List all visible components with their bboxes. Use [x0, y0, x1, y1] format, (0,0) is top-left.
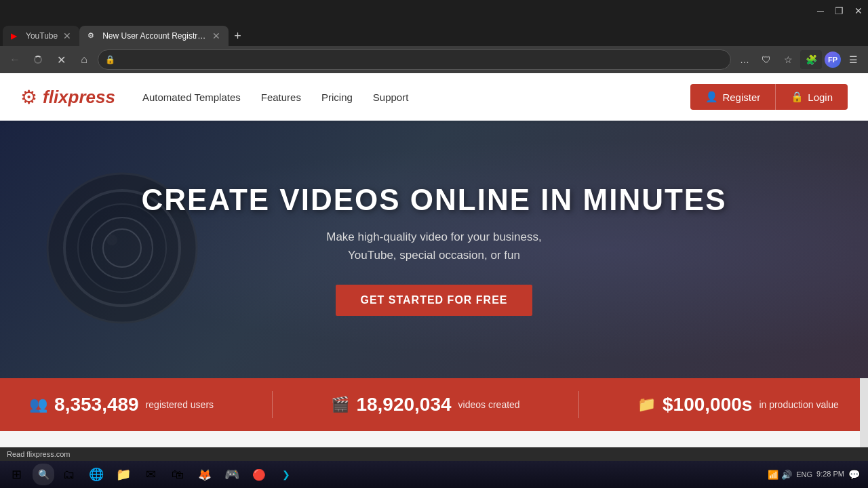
taskbar-mail[interactable]: ✉	[138, 462, 163, 487]
website-content: ⚙ flixpress Automated Templates Features…	[0, 73, 868, 485]
nav-support[interactable]: Support	[373, 92, 409, 103]
users-label: registered users	[146, 399, 214, 410]
address-bar[interactable]: 🔒 https://flixpress.com/Register/tabid/7…	[98, 49, 731, 70]
register-icon: 👤	[705, 91, 718, 103]
taskbar-explorer[interactable]: 🗂	[57, 462, 81, 487]
stat-value: 📁 $100,000s in production value	[637, 394, 839, 415]
browser-status-bar: Read flixpress.com	[0, 447, 868, 461]
hero-section: CREATE VIDEOS ONLINE IN MINUTES Make hig…	[0, 121, 868, 378]
users-number: 8,353,489	[54, 394, 139, 415]
nav-features[interactable]: Features	[261, 92, 301, 103]
shield-button[interactable]: 🛡	[757, 50, 776, 69]
nav-automated-templates[interactable]: Automated Templates	[142, 92, 241, 103]
firefox-avatar[interactable]: FP	[825, 52, 841, 68]
tab-register-close[interactable]: ✕	[212, 30, 220, 41]
register-button[interactable]: 👤 Register	[690, 84, 775, 110]
value-label: in production value	[759, 399, 839, 410]
minimize-button[interactable]: ─	[817, 5, 824, 16]
taskbar-dev[interactable]: ❯	[274, 462, 298, 487]
notification-icon[interactable]: 💬	[848, 469, 860, 480]
url-input[interactable]: https://flixpress.com/Register/tabid/79/…	[119, 55, 724, 64]
register-label: Register	[722, 92, 760, 103]
nav-pricing[interactable]: Pricing	[321, 92, 353, 103]
taskbar-filemanager[interactable]: 📁	[111, 462, 136, 487]
lock-icon: 🔒	[105, 55, 115, 64]
stat-videos: 🎬 18,920,034 videos created	[331, 394, 519, 415]
taskbar-right: 📶 🔊 ENG 9:28 PM 💬	[768, 469, 865, 480]
value-icon: 📁	[637, 396, 656, 413]
time-display: 9:28 PM	[816, 469, 844, 479]
hero-subtitle-line2: YouTube, special occasion, or fun	[348, 249, 520, 262]
close-button[interactable]: ✕	[854, 5, 863, 16]
youtube-favicon: ▶	[11, 31, 20, 41]
hero-subtitle: Make high-quality video for your busines…	[141, 228, 726, 264]
cta-button[interactable]: GET STARTED FOR FREE	[336, 285, 532, 316]
bookmark-button[interactable]: ☆	[778, 50, 797, 69]
nav-links: Automated Templates Features Pricing Sup…	[142, 92, 690, 103]
taskbar-firefox[interactable]: 🦊	[193, 462, 217, 487]
reload-button[interactable]: ✕	[52, 50, 71, 69]
taskbar-edge[interactable]: 🌐	[84, 462, 108, 487]
stat-divider-2	[578, 391, 579, 418]
tab-youtube-close[interactable]: ✕	[63, 30, 71, 41]
browser-toolbar: ← ✕ ⌂ 🔒 https://flixpress.com/Register/t…	[0, 46, 868, 73]
value-number: $100,000s	[663, 394, 752, 415]
stats-bar: 👥 8,353,489 registered users 🎬 18,920,03…	[0, 378, 868, 431]
taskbar-store[interactable]: 🛍	[165, 462, 190, 487]
network-icon[interactable]: 📶	[768, 470, 778, 480]
language-indicator[interactable]: ENG	[796, 470, 812, 479]
hero-content: CREATE VIDEOS ONLINE IN MINUTES Make hig…	[141, 183, 726, 316]
users-icon: 👥	[29, 396, 47, 413]
tab-register[interactable]: ⚙ New User Account Registration ✕	[79, 26, 229, 46]
logo-text: flixpress	[43, 87, 115, 108]
stat-users: 👥 8,353,489 registered users	[29, 394, 214, 415]
more-button[interactable]: …	[735, 50, 754, 69]
tab-youtube-label: YouTube	[26, 31, 58, 41]
forward-button[interactable]	[28, 50, 47, 69]
svg-point-4	[103, 229, 141, 267]
videos-label: videos created	[458, 399, 520, 410]
home-button[interactable]: ⌂	[75, 50, 94, 69]
taskbar-red-app[interactable]: 🔴	[247, 462, 271, 487]
start-button[interactable]: ⊞	[3, 462, 30, 487]
login-button[interactable]: 🔒 Login	[775, 84, 848, 110]
videos-icon: 🎬	[331, 396, 349, 413]
windows-taskbar: ⊞ 🔍 🗂 🌐 📁 ✉ 🛍 🦊 🎮 🔴 ❯ 📶 🔊 ENG 9:28 PM 💬	[0, 461, 868, 488]
taskbar-game[interactable]: 🎮	[220, 462, 244, 487]
taskbar-search[interactable]: 🔍	[33, 464, 54, 485]
nav-actions: 👤 Register 🔒 Login	[690, 84, 848, 110]
tab-register-label: New User Account Registration	[102, 31, 207, 41]
extensions-button[interactable]: 🧩	[800, 50, 822, 69]
hero-subtitle-line1: Make high-quality video for your busines…	[326, 230, 542, 243]
tab-bar: ▶ YouTube ✕ ⚙ New User Account Registrat…	[0, 22, 868, 46]
site-logo[interactable]: ⚙ flixpress	[20, 86, 115, 108]
toolbar-right: … 🛡 ☆ 🧩 FP ☰	[735, 50, 863, 69]
clock[interactable]: 9:28 PM	[816, 469, 844, 479]
videos-number: 18,920,034	[356, 394, 451, 415]
restore-button[interactable]: ❐	[835, 5, 844, 16]
menu-button[interactable]: ☰	[844, 50, 863, 69]
logo-icon: ⚙	[20, 86, 37, 108]
register-favicon: ⚙	[87, 31, 97, 41]
hero-title: CREATE VIDEOS ONLINE IN MINUTES	[141, 183, 726, 217]
system-tray: 📶 🔊	[768, 470, 792, 480]
volume-icon[interactable]: 🔊	[781, 470, 792, 480]
stat-divider-1	[272, 391, 273, 418]
site-navigation: ⚙ flixpress Automated Templates Features…	[0, 73, 868, 121]
browser-window: ─ ❐ ✕ ▶ YouTube ✕ ⚙ New User Account Reg…	[0, 0, 868, 485]
title-bar: ─ ❐ ✕	[0, 0, 868, 22]
new-tab-button[interactable]: +	[229, 26, 247, 46]
tab-youtube[interactable]: ▶ YouTube ✕	[3, 26, 79, 46]
login-label: Login	[808, 92, 833, 103]
svg-point-5	[106, 235, 117, 245]
back-button[interactable]: ←	[5, 50, 24, 69]
login-icon: 🔒	[791, 91, 804, 103]
status-text: Read flixpress.com	[7, 450, 71, 458]
